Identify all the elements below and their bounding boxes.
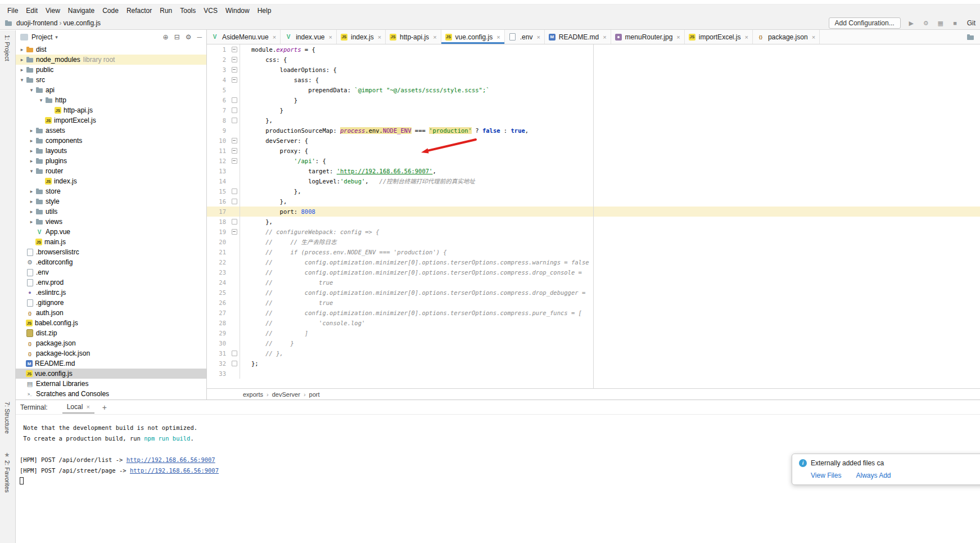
tool-grid-icon[interactable]: [937, 20, 945, 27]
close-icon[interactable]: [812, 34, 815, 41]
tree-item-index.js[interactable]: index.js: [16, 176, 206, 186]
line-number[interactable]: 2: [207, 55, 229, 65]
chevron-icon[interactable]: ▸: [28, 199, 35, 204]
always-add-link[interactable]: Always Add: [856, 472, 891, 479]
chevron-icon[interactable]: ▾: [37, 97, 45, 103]
breadcrumb-file[interactable]: vue.config.js: [61, 19, 102, 27]
chevron-icon[interactable]: ▸: [28, 209, 35, 214]
menu-vcs[interactable]: VCS: [200, 6, 222, 16]
tab-package.json[interactable]: package.json: [753, 30, 820, 44]
tree-item-importExcel.js[interactable]: importExcel.js: [16, 115, 206, 125]
tree-item-vue.config.js[interactable]: vue.config.js: [16, 369, 206, 379]
line-number[interactable]: 5: [207, 85, 229, 95]
collapse-all-icon[interactable]: [174, 33, 180, 41]
line-number[interactable]: 7: [207, 105, 229, 115]
add-configuration-button[interactable]: Add Configuration...: [829, 17, 901, 29]
fold-marker[interactable]: [229, 115, 240, 125]
line-number[interactable]: 26: [207, 298, 229, 308]
line-number[interactable]: 19: [207, 227, 229, 237]
line-number[interactable]: 17: [207, 207, 229, 217]
tree-item-Scratches and Consoles[interactable]: Scratches and Consoles: [16, 389, 206, 399]
line-number[interactable]: 9: [207, 125, 229, 136]
line-number[interactable]: 8: [207, 115, 229, 125]
tab-index.js[interactable]: index.js: [337, 30, 386, 44]
tree-item-.env[interactable]: .env: [16, 267, 206, 277]
fold-marker[interactable]: [229, 348, 240, 358]
tree-item-package-lock.json[interactable]: package-lock.json: [16, 348, 206, 358]
terminal-link[interactable]: http://192.168.66.56:9007: [130, 467, 219, 474]
tree-item-http-api.js[interactable]: http-api.js: [16, 105, 206, 115]
fold-marker[interactable]: [229, 358, 240, 369]
fold-marker[interactable]: [229, 136, 240, 146]
chevron-icon[interactable]: ▾: [18, 77, 26, 83]
chevron-icon[interactable]: ▸: [18, 67, 26, 73]
line-number[interactable]: 23: [207, 267, 229, 277]
fold-marker[interactable]: [229, 95, 240, 105]
chevron-icon[interactable]: ▾: [28, 168, 35, 174]
project-panel-title[interactable]: Project: [31, 33, 52, 41]
line-number[interactable]: 4: [207, 75, 229, 85]
tree-item-dist.zip[interactable]: dist.zip: [16, 328, 206, 338]
close-icon[interactable]: [273, 34, 276, 41]
tree-item-README.md[interactable]: README.md: [16, 358, 206, 369]
line-number[interactable]: 10: [207, 136, 229, 146]
menu-code[interactable]: Code: [98, 6, 123, 16]
fold-marker[interactable]: [229, 186, 240, 196]
close-icon[interactable]: [536, 34, 540, 41]
line-number[interactable]: 18: [207, 217, 229, 227]
fold-marker[interactable]: [229, 196, 240, 207]
build-icon[interactable]: [922, 20, 930, 27]
tab-.env[interactable]: .env: [505, 30, 545, 44]
tree-item-api[interactable]: ▾api: [16, 85, 206, 95]
tab-index.vue[interactable]: index.vue: [281, 30, 337, 44]
line-number[interactable]: 1: [207, 44, 229, 55]
menu-refactor[interactable]: Refactor: [123, 6, 156, 16]
gear-icon[interactable]: [186, 33, 192, 41]
fold-marker[interactable]: [229, 65, 240, 75]
chevron-icon[interactable]: ▸: [28, 189, 35, 194]
chevron-icon[interactable]: ▸: [18, 47, 26, 52]
tree-item-node_modules[interactable]: ▸node_moduleslibrary root: [16, 55, 206, 65]
tree-item-store[interactable]: ▸store: [16, 186, 206, 196]
tree-item-views[interactable]: ▸views: [16, 217, 206, 227]
chevron-icon[interactable]: ▸: [28, 219, 35, 225]
fold-marker[interactable]: [229, 55, 240, 65]
tree-item-http[interactable]: ▾http: [16, 95, 206, 105]
line-number[interactable]: 29: [207, 328, 229, 338]
hide-panel-icon[interactable]: [197, 33, 202, 41]
tree-item-public[interactable]: ▸public: [16, 65, 206, 75]
new-terminal-icon[interactable]: [102, 403, 107, 412]
tree-item-auth.json[interactable]: auth.json: [16, 308, 206, 318]
line-number[interactable]: 30: [207, 338, 229, 348]
line-number[interactable]: 20: [207, 237, 229, 247]
menu-help[interactable]: Help: [254, 6, 276, 16]
tree-item-style[interactable]: ▸style: [16, 196, 206, 207]
line-number[interactable]: 16: [207, 196, 229, 207]
close-icon[interactable]: [496, 34, 500, 41]
tree-item-src[interactable]: ▾src: [16, 75, 206, 85]
close-icon[interactable]: [676, 34, 680, 41]
line-number[interactable]: 33: [207, 369, 229, 379]
close-icon[interactable]: [433, 34, 436, 41]
tree-item-.eslintrc.js[interactable]: .eslintrc.js: [16, 288, 206, 298]
tree-item-babel.config.js[interactable]: babel.config.js: [16, 318, 206, 328]
tree-item-External Libraries[interactable]: External Libraries: [16, 379, 206, 389]
menu-edit[interactable]: Edit: [22, 6, 42, 16]
close-icon[interactable]: [744, 34, 748, 41]
line-number[interactable]: 31: [207, 348, 229, 358]
tree-item-layouts[interactable]: ▸layouts: [16, 146, 206, 156]
fold-marker[interactable]: [229, 227, 240, 237]
tab-README.md[interactable]: README.md: [545, 30, 611, 44]
line-number[interactable]: 6: [207, 95, 229, 105]
chevron-icon[interactable]: ▾: [28, 87, 35, 93]
tab-vue.config.js[interactable]: vue.config.js: [441, 30, 505, 44]
scroll-to-file-icon[interactable]: [967, 33, 974, 41]
run-icon[interactable]: [907, 20, 915, 27]
line-number[interactable]: 24: [207, 277, 229, 288]
stop-icon[interactable]: [951, 20, 959, 26]
breadcrumb-item-exports[interactable]: exports: [243, 391, 263, 398]
close-icon[interactable]: [378, 34, 381, 41]
tree-item-assets[interactable]: ▸assets: [16, 125, 206, 136]
line-number[interactable]: 25: [207, 288, 229, 298]
chevron-icon[interactable]: ▸: [28, 148, 35, 154]
